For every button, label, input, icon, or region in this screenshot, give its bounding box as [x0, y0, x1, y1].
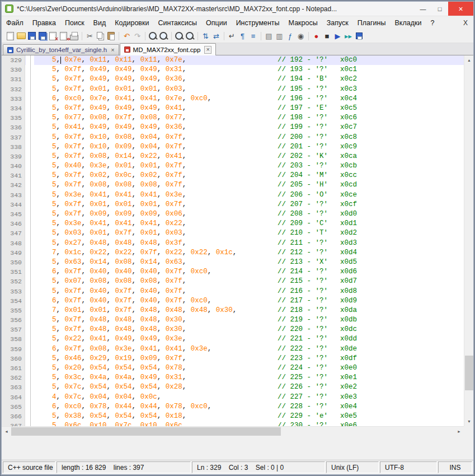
menu-item-5[interactable]: Кодировки: [110, 17, 153, 29]
save-macro-icon[interactable]: [354, 31, 364, 41]
code-line-350[interactable]: 3505, 0x63, 0x14, 0x08, 0x14, 0x63,// 21…: [2, 258, 464, 267]
save-all-icon[interactable]: [37, 31, 48, 41]
code-line-342[interactable]: 3425, 0x7f, 0x08, 0x08, 0x08, 0x7f,// 20…: [2, 180, 464, 190]
code-line-348[interactable]: 3485, 0x27, 0x48, 0x48, 0x48, 0x3f,// 21…: [2, 239, 464, 248]
play-macro-icon[interactable]: ▶: [332, 31, 343, 41]
close-file-icon[interactable]: [48, 31, 58, 41]
menu-item-7[interactable]: Опции: [201, 17, 232, 29]
code-line-332[interactable]: 3325, 0x7f, 0x01, 0x01, 0x01, 0x03,// 19…: [2, 85, 464, 94]
scroll-left-icon[interactable]: ◄: [2, 427, 11, 436]
replace-icon[interactable]: ab: [158, 31, 169, 41]
code-line-360[interactable]: 3605, 0x46, 0x29, 0x19, 0x09, 0x7f,// 22…: [2, 354, 464, 363]
find-icon[interactable]: [148, 31, 158, 41]
code-line-344[interactable]: 3445, 0x7f, 0x01, 0x01, 0x01, 0x7f,// 20…: [2, 200, 464, 209]
maximize-button[interactable]: □: [431, 2, 448, 16]
menu-close-x[interactable]: X: [463, 19, 468, 27]
menu-item-12[interactable]: Вкладки: [390, 17, 426, 29]
code-line-335[interactable]: 3355, 0x77, 0x08, 0x7f, 0x08, 0x77,// 19…: [2, 113, 464, 123]
zoom-in-icon[interactable]: +: [174, 31, 185, 41]
open-file-icon[interactable]: [16, 31, 26, 41]
user-defined-language-icon[interactable]: ▤: [264, 31, 274, 41]
minimize-button[interactable]: —: [415, 2, 431, 16]
show-all-characters-icon[interactable]: ¶: [237, 31, 248, 41]
code-line-361[interactable]: 3615, 0x20, 0x54, 0x54, 0x54, 0x78,// 22…: [2, 363, 464, 373]
code-line-329[interactable]: 3295, 0x7e, 0x11, 0x11, 0x11, 0x7e,// 19…: [2, 55, 464, 65]
sync-horizontal-scroll-icon[interactable]: ⇄: [211, 31, 222, 41]
tab-close-icon[interactable]: ×: [111, 47, 114, 53]
status-insert-mode[interactable]: INS: [438, 461, 472, 473]
code-line-346[interactable]: 3465, 0x3e, 0x41, 0x41, 0x41, 0x22,// 20…: [2, 219, 464, 228]
code-line-353[interactable]: 3535, 0x7f, 0x40, 0x7f, 0x40, 0x7f,// 21…: [2, 287, 464, 296]
sync-vertical-scroll-icon[interactable]: ⇅: [200, 31, 211, 41]
code-line-330[interactable]: 3305, 0x7f, 0x49, 0x49, 0x49, 0x31,// 19…: [2, 65, 464, 74]
vertical-scrollbar[interactable]: ▲ ▼: [464, 55, 473, 426]
function-list-icon[interactable]: ƒ: [285, 31, 295, 41]
code-line-336[interactable]: 3365, 0x41, 0x49, 0x49, 0x49, 0x36,// 19…: [2, 123, 464, 132]
code-line-359[interactable]: 3596, 0x7f, 0x08, 0x3e, 0x41, 0x41, 0x3e…: [2, 344, 464, 354]
zoom-out-icon[interactable]: −: [185, 31, 195, 41]
code-line-355[interactable]: 3557, 0x01, 0x01, 0x7f, 0x48, 0x48, 0x48…: [2, 306, 464, 315]
menu-item-6[interactable]: Синтаксисы: [153, 17, 201, 29]
document-map-icon[interactable]: ▥: [274, 31, 285, 41]
word-wrap-icon[interactable]: ↵: [227, 31, 237, 41]
status-encoding[interactable]: UTF-8: [380, 461, 437, 473]
tab-1[interactable]: Cyrillic_by_ton4eff_var_single.h×: [3, 44, 119, 55]
menu-item-10[interactable]: Запуск: [322, 17, 353, 29]
code-line-358[interactable]: 3585, 0x22, 0x41, 0x49, 0x49, 0x3e,// 22…: [2, 334, 464, 344]
menu-item-9[interactable]: Макросы: [284, 17, 322, 29]
horizontal-scroll-thumb[interactable]: [11, 427, 281, 436]
cut-icon[interactable]: ✂: [84, 31, 95, 41]
code-line-334[interactable]: 3345, 0x7f, 0x49, 0x49, 0x49, 0x41,// 19…: [2, 104, 464, 113]
menu-item-13[interactable]: ?: [426, 17, 439, 29]
code-line-338[interactable]: 3385, 0x7f, 0x10, 0x09, 0x04, 0x7f,// 20…: [2, 142, 464, 152]
code-line-352[interactable]: 3525, 0x07, 0x08, 0x08, 0x08, 0x7f,// 21…: [2, 277, 464, 286]
monitoring-icon[interactable]: ◉: [295, 31, 306, 41]
code-line-337[interactable]: 3375, 0x7f, 0x10, 0x08, 0x04, 0x7f,// 20…: [2, 133, 464, 142]
code-line-341[interactable]: 3415, 0x7f, 0x02, 0x0c, 0x02, 0x7f,// 20…: [2, 171, 464, 180]
menu-item-3[interactable]: Поиск: [60, 17, 89, 29]
menu-item-11[interactable]: Плагины: [353, 17, 391, 29]
vertical-scroll-thumb[interactable]: [465, 356, 473, 390]
print-icon[interactable]: [69, 31, 79, 41]
menu-item-8[interactable]: Инструменты: [232, 17, 284, 29]
tab-2[interactable]: MD_MAX72xx_font.cpp×: [120, 43, 216, 55]
code-line-339[interactable]: 3395, 0x7f, 0x08, 0x14, 0x22, 0x41,// 20…: [2, 152, 464, 161]
code-line-351[interactable]: 3516, 0x7f, 0x40, 0x40, 0x40, 0x7f, 0xc0…: [2, 267, 464, 277]
code-line-363[interactable]: 3635, 0x7c, 0x54, 0x54, 0x54, 0x28,// 22…: [2, 382, 464, 392]
save-file-icon[interactable]: [26, 31, 37, 41]
code-line-356[interactable]: 3565, 0x7f, 0x48, 0x48, 0x48, 0x30,// 21…: [2, 315, 464, 325]
code-line-347[interactable]: 3475, 0x03, 0x01, 0x7f, 0x01, 0x03,// 21…: [2, 228, 464, 238]
scroll-down-icon[interactable]: ▼: [464, 417, 473, 426]
undo-icon[interactable]: ↶: [121, 31, 132, 41]
stop-recording-icon[interactable]: ■: [322, 31, 332, 41]
menu-item-4[interactable]: Вид: [89, 17, 111, 29]
record-macro-icon[interactable]: ●: [311, 31, 322, 41]
code-line-349[interactable]: 3497, 0x1c, 0x22, 0x22, 0x7f, 0x22, 0x22…: [2, 248, 464, 258]
close-button[interactable]: ×: [448, 2, 473, 16]
redo-icon[interactable]: ↷: [132, 31, 143, 41]
code-line-340[interactable]: 3405, 0x40, 0x3e, 0x01, 0x01, 0x7f,// 20…: [2, 161, 464, 171]
scroll-up-icon[interactable]: ▲: [464, 55, 473, 65]
new-file-icon[interactable]: [5, 31, 16, 41]
editor[interactable]: 3295, 0x7e, 0x11, 0x11, 0x11, 0x7e,// 19…: [2, 55, 473, 436]
code-line-354[interactable]: 3546, 0x7f, 0x40, 0x7f, 0x40, 0x7f, 0xc0…: [2, 296, 464, 306]
indent-guide-icon[interactable]: ≡: [248, 31, 258, 41]
code-line-331[interactable]: 3315, 0x7f, 0x49, 0x49, 0x49, 0x36,// 19…: [2, 74, 464, 84]
code-line-362[interactable]: 3625, 0x3c, 0x4a, 0x4a, 0x49, 0x31,// 22…: [2, 373, 464, 382]
code-line-345[interactable]: 3455, 0x7f, 0x09, 0x09, 0x09, 0x06,// 20…: [2, 209, 464, 219]
scroll-right-icon[interactable]: ►: [454, 427, 464, 436]
close-all-icon[interactable]: [58, 31, 69, 41]
code-line-364[interactable]: 3644, 0x7c, 0x04, 0x04, 0x0c,// 227 - '?…: [2, 393, 464, 402]
menu-item-2[interactable]: Правка: [28, 17, 60, 29]
code-line-343[interactable]: 3435, 0x3e, 0x41, 0x41, 0x41, 0x3e,// 20…: [2, 190, 464, 200]
status-eol-format[interactable]: Unix (LF): [326, 461, 379, 473]
menu-item-1[interactable]: Файл: [2, 17, 28, 29]
code-line-333[interactable]: 3336, 0xc0, 0x7e, 0x41, 0x41, 0x7e, 0xc0…: [2, 94, 464, 104]
code-line-365[interactable]: 3656, 0xc0, 0x78, 0x44, 0x44, 0x78, 0xc0…: [2, 402, 464, 412]
tab-close-icon[interactable]: ×: [204, 46, 211, 54]
code-line-367[interactable]: 3675, 0x6c, 0x10, 0x7c, 0x10, 0x6c,// 23…: [2, 421, 464, 426]
paste-icon[interactable]: [106, 31, 116, 41]
run-macro-multiple-icon[interactable]: ▸▸: [343, 31, 354, 41]
copy-icon[interactable]: [95, 31, 106, 41]
code-line-357[interactable]: 3575, 0x7f, 0x48, 0x48, 0x48, 0x30,// 22…: [2, 325, 464, 334]
